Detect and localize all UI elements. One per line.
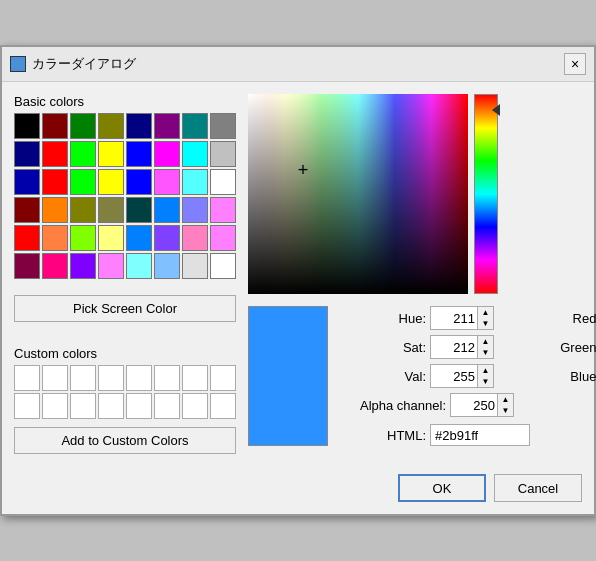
basic-color-cell[interactable] bbox=[126, 141, 152, 167]
basic-color-cell[interactable] bbox=[42, 169, 68, 195]
basic-color-cell[interactable] bbox=[70, 225, 96, 251]
basic-color-cell[interactable] bbox=[182, 225, 208, 251]
custom-color-cell[interactable] bbox=[98, 365, 124, 391]
basic-color-cell[interactable] bbox=[126, 113, 152, 139]
color-dialog: カラーダイアログ × Basic colors Pick Screen Colo… bbox=[0, 45, 596, 516]
basic-color-cell[interactable] bbox=[210, 197, 236, 223]
cancel-button[interactable]: Cancel bbox=[494, 474, 582, 502]
sat-up[interactable]: ▲ bbox=[478, 336, 493, 347]
hue-red-row: Hue: ▲ ▼ Red: bbox=[336, 306, 596, 330]
ok-button[interactable]: OK bbox=[398, 474, 486, 502]
basic-color-cell[interactable] bbox=[154, 169, 180, 195]
color-preview bbox=[248, 306, 328, 446]
basic-color-cell[interactable] bbox=[42, 197, 68, 223]
basic-color-cell[interactable] bbox=[42, 253, 68, 279]
dialog-footer: OK Cancel bbox=[2, 466, 594, 514]
basic-color-cell[interactable] bbox=[126, 169, 152, 195]
html-input[interactable] bbox=[430, 424, 530, 446]
custom-color-cell[interactable] bbox=[126, 393, 152, 419]
basic-color-cell[interactable] bbox=[210, 253, 236, 279]
basic-color-cell[interactable] bbox=[70, 113, 96, 139]
basic-color-cell[interactable] bbox=[42, 225, 68, 251]
custom-color-cell[interactable] bbox=[14, 393, 40, 419]
basic-color-cell[interactable] bbox=[98, 197, 124, 223]
basic-color-cell[interactable] bbox=[154, 113, 180, 139]
basic-color-cell[interactable] bbox=[14, 141, 40, 167]
basic-color-cell[interactable] bbox=[154, 225, 180, 251]
sat-spinner: ▲ ▼ bbox=[430, 335, 494, 359]
sat-down[interactable]: ▼ bbox=[478, 347, 493, 358]
basic-color-cell[interactable] bbox=[126, 225, 152, 251]
custom-color-cell[interactable] bbox=[210, 393, 236, 419]
pick-screen-button[interactable]: Pick Screen Color bbox=[14, 295, 236, 322]
basic-color-cell[interactable] bbox=[70, 169, 96, 195]
custom-color-cell[interactable] bbox=[70, 393, 96, 419]
alpha-down[interactable]: ▼ bbox=[498, 405, 513, 416]
close-button[interactable]: × bbox=[564, 53, 586, 75]
basic-color-cell[interactable] bbox=[182, 141, 208, 167]
dialog-icon bbox=[10, 56, 26, 72]
custom-color-cell[interactable] bbox=[42, 365, 68, 391]
basic-color-cell[interactable] bbox=[210, 113, 236, 139]
darkness-overlay bbox=[248, 94, 468, 294]
custom-color-cell[interactable] bbox=[42, 393, 68, 419]
custom-color-cell[interactable] bbox=[14, 365, 40, 391]
val-down[interactable]: ▼ bbox=[478, 376, 493, 387]
hue-down[interactable]: ▼ bbox=[478, 318, 493, 329]
basic-color-cell[interactable] bbox=[14, 225, 40, 251]
hue-input[interactable] bbox=[431, 307, 477, 329]
basic-color-cell[interactable] bbox=[98, 141, 124, 167]
custom-color-cell[interactable] bbox=[182, 393, 208, 419]
basic-color-cell[interactable] bbox=[98, 169, 124, 195]
hue-label: Hue: bbox=[336, 311, 426, 326]
basic-color-cell[interactable] bbox=[154, 141, 180, 167]
basic-color-cell[interactable] bbox=[14, 253, 40, 279]
sat-input[interactable] bbox=[431, 336, 477, 358]
alpha-row: Alpha channel: ▲ ▼ bbox=[336, 393, 596, 417]
left-panel: Basic colors Pick Screen Color Custom co… bbox=[14, 94, 236, 454]
basic-color-cell[interactable] bbox=[126, 197, 152, 223]
basic-color-cell[interactable] bbox=[182, 113, 208, 139]
basic-color-cell[interactable] bbox=[70, 253, 96, 279]
basic-color-cell[interactable] bbox=[14, 169, 40, 195]
custom-color-cell[interactable] bbox=[154, 393, 180, 419]
val-input[interactable] bbox=[431, 365, 477, 387]
basic-color-cell[interactable] bbox=[14, 197, 40, 223]
alpha-input[interactable] bbox=[451, 394, 497, 416]
custom-color-cell[interactable] bbox=[182, 365, 208, 391]
custom-colors-section: Custom colors Add to Custom Colors bbox=[14, 346, 236, 454]
gradient-canvas[interactable]: + bbox=[248, 94, 468, 294]
basic-color-cell[interactable] bbox=[182, 169, 208, 195]
basic-color-cell[interactable] bbox=[154, 253, 180, 279]
custom-color-cell[interactable] bbox=[154, 365, 180, 391]
basic-color-cell[interactable] bbox=[70, 197, 96, 223]
basic-color-cell[interactable] bbox=[210, 141, 236, 167]
custom-color-cell[interactable] bbox=[126, 365, 152, 391]
custom-color-cell[interactable] bbox=[210, 365, 236, 391]
basic-color-cell[interactable] bbox=[210, 225, 236, 251]
val-up[interactable]: ▲ bbox=[478, 365, 493, 376]
val-row: Val: ▲ ▼ bbox=[336, 364, 494, 388]
basic-color-cell[interactable] bbox=[98, 253, 124, 279]
basic-color-cell[interactable] bbox=[210, 169, 236, 195]
hue-spinner-btns: ▲ ▼ bbox=[477, 307, 493, 329]
basic-color-cell[interactable] bbox=[98, 225, 124, 251]
basic-color-cell[interactable] bbox=[154, 197, 180, 223]
basic-color-cell[interactable] bbox=[14, 113, 40, 139]
basic-color-cell[interactable] bbox=[98, 113, 124, 139]
basic-color-cell[interactable] bbox=[182, 197, 208, 223]
sat-label: Sat: bbox=[336, 340, 426, 355]
hue-slider[interactable] bbox=[474, 94, 498, 294]
custom-color-cell[interactable] bbox=[98, 393, 124, 419]
hue-up[interactable]: ▲ bbox=[478, 307, 493, 318]
basic-color-cell[interactable] bbox=[126, 253, 152, 279]
controls-area: Hue: ▲ ▼ Red: bbox=[248, 306, 596, 446]
html-row: HTML: bbox=[336, 424, 596, 446]
basic-color-cell[interactable] bbox=[70, 141, 96, 167]
alpha-up[interactable]: ▲ bbox=[498, 394, 513, 405]
custom-color-cell[interactable] bbox=[70, 365, 96, 391]
basic-color-cell[interactable] bbox=[42, 141, 68, 167]
basic-color-cell[interactable] bbox=[42, 113, 68, 139]
add-custom-button[interactable]: Add to Custom Colors bbox=[14, 427, 236, 454]
basic-color-cell[interactable] bbox=[182, 253, 208, 279]
